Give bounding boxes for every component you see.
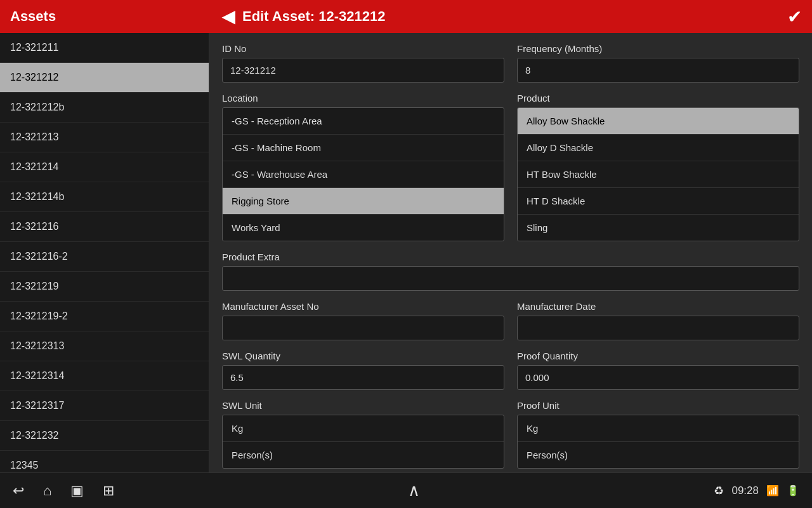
battery-icon: 🔋	[787, 485, 799, 497]
product-extra-input[interactable]	[222, 266, 799, 291]
frequency-label: Frequency (Months)	[517, 43, 799, 54]
sidebar-item[interactable]: 12-321214	[0, 152, 209, 182]
assets-title: Assets	[10, 8, 56, 25]
sidebar-item[interactable]: 12-321211	[0, 33, 209, 63]
swl-quantity-input[interactable]	[222, 365, 504, 390]
up-nav-icon[interactable]: ∧	[408, 481, 420, 500]
confirm-button[interactable]: ✔	[777, 6, 812, 27]
location-option[interactable]: -GS - Machine Room	[223, 135, 504, 161]
sidebar-item[interactable]: 12-321214b	[0, 182, 209, 212]
edit-form: ID No Frequency (Months) Location -GS - …	[209, 33, 812, 472]
recycle-icon: ♻	[714, 484, 724, 498]
proof-quantity-label: Proof Quantity	[517, 351, 799, 361]
sidebar-item[interactable]: 12-3212317	[0, 391, 209, 421]
sidebar-item[interactable]: 12-321212	[0, 63, 209, 93]
frequency-input[interactable]	[517, 58, 799, 83]
product-option[interactable]: HT Bow Shackle	[518, 161, 799, 188]
sidebar-item[interactable]: 12-3212313	[0, 331, 209, 361]
swl-unit-dropdown[interactable]: KgPerson(s)	[222, 415, 504, 469]
back-button[interactable]: ◀	[214, 7, 242, 27]
sidebar-item[interactable]: 12-321219	[0, 272, 209, 302]
bottom-navigation: ↩ ⌂ ▣ ⊞ ∧ ♻ 09:28 📶 🔋	[0, 472, 812, 508]
product-option[interactable]: Sling	[518, 215, 799, 241]
page-title: Edit Asset: 12-321212	[242, 8, 777, 25]
product-extra-label: Product Extra	[222, 251, 799, 262]
location-option[interactable]: -GS - Reception Area	[223, 108, 504, 135]
location-label: Location	[222, 93, 504, 104]
manufacturer-asset-no-input[interactable]	[222, 316, 504, 340]
product-option[interactable]: Alloy Bow Shackle	[518, 108, 799, 135]
location-option[interactable]: Works Yard	[223, 215, 504, 241]
location-option[interactable]: Rigging Store	[223, 188, 504, 215]
id-no-label: ID No	[222, 43, 504, 54]
product-option[interactable]: HT D Shackle	[518, 188, 799, 215]
location-dropdown[interactable]: -GS - Reception Area-GS - Machine Room-G…	[222, 107, 504, 241]
swl-unit-option[interactable]: Kg	[223, 415, 504, 442]
manufacturer-date-input[interactable]	[517, 316, 799, 340]
proof-unit-label: Proof Unit	[517, 400, 799, 411]
sidebar-item[interactable]: 12-321216	[0, 212, 209, 242]
id-no-input[interactable]	[222, 58, 504, 83]
swl-quantity-label: SWL Quantity	[222, 351, 504, 361]
manufacturer-date-label: Manufacturer Date	[517, 301, 799, 312]
proof-unit-option[interactable]: Person(s)	[518, 442, 799, 468]
swl-unit-option[interactable]: Person(s)	[223, 442, 504, 468]
proof-unit-dropdown[interactable]: KgPerson(s)	[517, 415, 799, 469]
manufacturer-asset-no-label: Manufacturer Asset No	[222, 301, 504, 312]
proof-quantity-input[interactable]	[517, 365, 799, 390]
sidebar-item[interactable]: 12-321219-2	[0, 302, 209, 331]
home-nav-icon[interactable]: ⌂	[43, 483, 51, 499]
sidebar-item[interactable]: 12-321216-2	[0, 242, 209, 272]
qr-nav-icon[interactable]: ⊞	[103, 483, 114, 499]
product-dropdown[interactable]: Alloy Bow ShackleAlloy D ShackleHT Bow S…	[517, 107, 799, 241]
sidebar-item[interactable]: 12-3212314	[0, 361, 209, 391]
recent-nav-icon[interactable]: ▣	[70, 483, 84, 499]
sidebar-item[interactable]: 12-321213	[0, 123, 209, 152]
proof-unit-option[interactable]: Kg	[518, 415, 799, 442]
sidebar-item[interactable]: 12345	[0, 451, 209, 472]
product-label: Product	[517, 93, 799, 104]
swl-unit-label: SWL Unit	[222, 400, 504, 411]
sidebar-item[interactable]: 12-321232	[0, 421, 209, 451]
clock-display: 09:28	[731, 485, 759, 497]
wifi-icon: 📶	[766, 485, 779, 497]
asset-list: 12-32121112-32121212-321212b12-32121312-…	[0, 33, 209, 472]
sidebar-item[interactable]: 12-321212b	[0, 93, 209, 123]
back-nav-icon[interactable]: ↩	[13, 483, 24, 499]
location-option[interactable]: -GS - Warehouse Area	[223, 161, 504, 188]
product-option[interactable]: Alloy D Shackle	[518, 135, 799, 161]
